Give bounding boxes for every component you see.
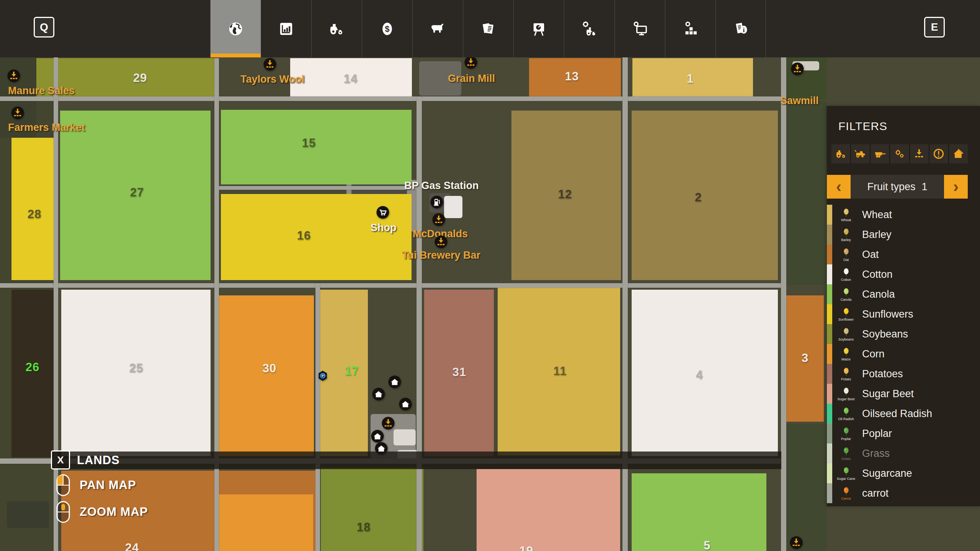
map-road	[214, 58, 219, 551]
filter-category-warning-icon[interactable]	[929, 144, 949, 163]
filter-page-value: 1	[922, 181, 928, 193]
map-road	[315, 283, 320, 551]
filter-category-gears-icon[interactable]	[890, 144, 910, 163]
map-field-5[interactable]	[632, 473, 766, 551]
crop-color-chip	[827, 205, 832, 225]
crop-color-chip	[827, 463, 832, 483]
top-toolbar: Q $i E	[0, 0, 980, 57]
unload-icon[interactable]	[434, 235, 448, 249]
map-road	[416, 96, 422, 551]
tab-game-settings[interactable]	[614, 0, 665, 57]
unload-icon[interactable]	[791, 62, 804, 76]
tab-production[interactable]	[513, 0, 564, 57]
wheat-icon: Wheat	[837, 208, 855, 222]
grass-icon: Grass	[837, 447, 855, 461]
crop-name: Oilseed Radish	[862, 408, 932, 420]
carrot-icon: Carrot	[837, 486, 855, 500]
crop-name: Poplar	[862, 428, 892, 440]
filter-category-house-icon[interactable]	[949, 144, 968, 163]
unload-icon[interactable]	[464, 55, 478, 69]
crop-row-carrot[interactable]: Carrotcarrot	[827, 483, 980, 503]
tab-map[interactable]	[210, 0, 261, 57]
crop-color-chip	[827, 324, 832, 344]
house-icon[interactable]	[371, 429, 384, 443]
field-number: 16	[297, 229, 311, 243]
house-icon[interactable]	[372, 387, 385, 401]
crop-name: carrot	[862, 487, 889, 499]
crop-row-wheat[interactable]: WheatWheat	[827, 205, 980, 225]
crop-icon-tag: Canola	[841, 298, 852, 302]
crop-row-canola[interactable]: CanolaCanola	[827, 284, 980, 304]
unload-icon[interactable]	[432, 213, 446, 227]
tab-placeables[interactable]	[665, 0, 715, 57]
crop-row-corn[interactable]: MaizeCorn	[827, 344, 980, 364]
dollar-coin-icon: $	[378, 20, 396, 38]
crop-row-soybeans[interactable]: SoybeansSoybeans	[827, 324, 980, 344]
map-field-19[interactable]	[477, 469, 620, 551]
map-field-2[interactable]	[632, 111, 778, 280]
filter-next-button[interactable]: ›	[944, 175, 968, 199]
tab-finances[interactable]: $	[362, 0, 412, 57]
crop-icon-tag: Sugar Beet	[837, 398, 854, 401]
field-number: 3	[802, 351, 808, 365]
crop-color-chip	[827, 404, 832, 424]
crop-icon-tag: Soybeans	[838, 338, 854, 341]
crop-row-sugarcane[interactable]: Sugar CaneSugarcane	[827, 463, 980, 483]
crop-color-chip	[827, 483, 832, 503]
filter-prev-button[interactable]: ‹	[827, 175, 851, 199]
crop-icon-tag: Sugar Cane	[837, 477, 855, 481]
unload-icon[interactable]	[381, 416, 395, 430]
crop-row-oilseed-radish[interactable]: Oil RadishOilseed Radish	[827, 404, 980, 424]
tab-help[interactable]: i	[715, 0, 766, 57]
crop-name: Sunflowers	[862, 308, 913, 320]
map-label-tui-brewery-bar: Tui Brewery Bar	[402, 249, 480, 261]
tab-vehicles[interactable]	[311, 0, 362, 57]
house-icon[interactable]	[399, 397, 412, 411]
shop-cart-icon[interactable]	[376, 205, 390, 219]
crop-name: Canola	[862, 289, 895, 300]
prev-tab-key-hint: Q	[34, 17, 54, 37]
crop-row-oat[interactable]: OatOat	[827, 245, 980, 264]
player-marker-icon	[317, 370, 328, 381]
unload-icon[interactable]	[263, 57, 277, 71]
sugar-beet-icon: Sugar Beet	[837, 387, 855, 401]
fuel-pump-icon[interactable]	[430, 195, 444, 209]
map-field-30[interactable]	[217, 295, 314, 456]
filter-category-harvester-icon[interactable]	[851, 144, 871, 163]
blocks-gear-icon	[681, 20, 699, 38]
crop-row-cotton[interactable]: CottonCotton	[827, 264, 980, 284]
field-number: 11	[554, 364, 567, 378]
crop-color-chip	[827, 225, 832, 245]
zoom-map-label: ZOOM MAP	[80, 505, 148, 519]
map-terrain-patch	[7, 501, 49, 528]
unload-icon[interactable]	[7, 69, 21, 83]
map-field-15[interactable]	[221, 110, 412, 184]
tab-animals[interactable]	[412, 0, 463, 57]
crop-row-sunflowers[interactable]: SunflowerSunflowers	[827, 304, 980, 324]
field-number: 25	[129, 361, 143, 375]
house-icon[interactable]	[388, 375, 402, 389]
map-field-4[interactable]	[632, 290, 778, 456]
field-number: 1	[687, 72, 694, 86]
crop-row-sugar-beet[interactable]: Sugar BeetSugar Beet	[827, 384, 980, 404]
crop-icon-tag: Wheat	[841, 218, 851, 222]
map-field-18[interactable]	[321, 468, 423, 551]
tab-vehicle-settings[interactable]	[564, 0, 614, 57]
filter-category-trailer-icon[interactable]	[871, 144, 890, 163]
tab-statistics[interactable]	[261, 0, 311, 57]
crop-row-barley[interactable]: BarleyBarley	[827, 225, 980, 245]
map-label-shop: Shop	[371, 222, 397, 234]
crop-row-poplar[interactable]: PoplarPoplar	[827, 424, 980, 443]
map-field[interactable]	[218, 494, 313, 551]
filter-category-unload-arrow-icon[interactable]	[910, 144, 929, 163]
filter-category-tractor-icon[interactable]	[831, 144, 851, 163]
crop-row-grass[interactable]: GrassGrass	[827, 443, 980, 463]
unload-icon[interactable]	[789, 536, 803, 549]
crop-name: Barley	[862, 229, 892, 241]
next-tab-key-hint: E	[924, 17, 945, 37]
unload-icon[interactable]	[11, 106, 24, 120]
field-number: 2	[695, 191, 702, 204]
tab-contracts[interactable]	[463, 0, 513, 57]
poplar-icon: Poplar	[837, 427, 855, 441]
crop-row-potatoes[interactable]: PotatoPotatoes	[827, 364, 980, 384]
